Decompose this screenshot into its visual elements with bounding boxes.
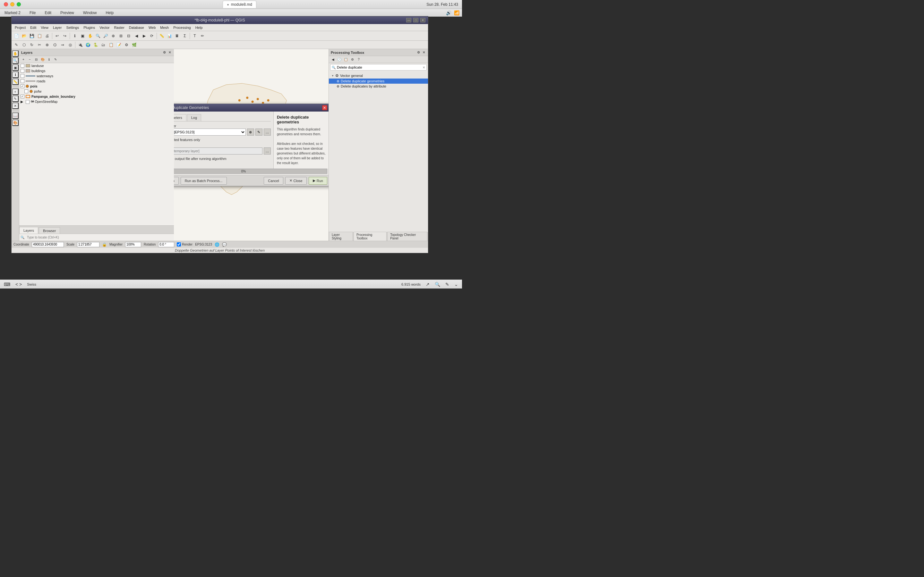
save-as-btn[interactable]: 📋 <box>36 32 43 39</box>
qgis-menu-view[interactable]: View <box>39 25 50 30</box>
tab-processing-toolbox[interactable]: Processing Toolbox <box>354 232 387 241</box>
tab-topology-checker[interactable]: Topology Checker Panel <box>387 232 427 241</box>
qgis-menu-raster[interactable]: Raster <box>112 25 126 30</box>
layer-edit-btn[interactable]: ✎ <box>53 57 58 63</box>
layers-close-icon[interactable]: ✕ <box>168 50 172 55</box>
input-layer-add-btn[interactable]: ⊕ <box>247 129 254 135</box>
qgis-menu-web[interactable]: Web <box>147 25 158 30</box>
qgis-menu-processing[interactable]: Processing <box>171 25 192 30</box>
identify-btn[interactable]: ℹ <box>71 32 78 39</box>
run-btn[interactable]: ▶ Run <box>309 177 327 185</box>
zoom-full-btn[interactable]: ⊕ <box>110 32 117 39</box>
layers-settings-icon[interactable]: ⚙ <box>162 50 166 55</box>
select-feature-btn[interactable]: ▣ <box>12 64 19 71</box>
menu-help[interactable]: Help <box>103 10 115 16</box>
help-btn[interactable]: ? Help <box>174 177 179 185</box>
attribute-table-btn[interactable]: 📊 <box>166 32 173 39</box>
browser-btn[interactable]: 🗂 <box>100 41 107 48</box>
coordinate-input[interactable] <box>32 242 64 247</box>
scale-input[interactable] <box>77 242 99 247</box>
stat-btn[interactable]: Σ <box>181 32 188 39</box>
input-layer-select[interactable]: ✱ pois [EPSG:3123] <box>174 129 246 135</box>
cleaned-more-btn[interactable]: … <box>264 147 271 155</box>
layer-item-osm[interactable]: ▶ 🗺 OpenStreetMap <box>19 99 174 105</box>
split-btn[interactable]: ✂ <box>36 41 43 48</box>
zoom-next-btn[interactable]: ▶ <box>141 32 148 39</box>
redo-btn[interactable]: ↪ <box>61 32 68 39</box>
legend-btn[interactable]: 📖 <box>12 113 19 119</box>
open-project-btn[interactable]: 📂 <box>21 32 27 39</box>
layer-checkbox-roads[interactable] <box>21 79 24 83</box>
rotation-input[interactable] <box>158 242 174 247</box>
layer-item-buildings[interactable]: buildings <box>19 68 174 73</box>
qgis-menu-layer[interactable]: Layer <box>51 25 64 30</box>
plugin-btn[interactable]: 🔌 <box>77 41 84 48</box>
layer-expand-osm[interactable]: ▶ <box>21 100 24 104</box>
pan-map-btn[interactable]: ✋ <box>12 50 19 57</box>
qgis-menu-plugins[interactable]: Plugins <box>81 25 97 30</box>
close-btn[interactable]: ✕ Close <box>285 177 307 185</box>
qgis-menu-vector[interactable]: Vector <box>97 25 111 30</box>
label-btn[interactable]: T <box>191 32 198 39</box>
pan-btn[interactable]: ✋ <box>87 32 94 39</box>
layer-item-pois[interactable]: ✓ pois <box>19 84 174 89</box>
qgis-minimize[interactable]: — <box>406 18 411 23</box>
save-project-btn[interactable]: 💾 <box>28 32 35 39</box>
tree-item-delete-dup-geom[interactable]: ⚙ Delete duplicate geometries <box>329 79 428 84</box>
menu-edit[interactable]: Edit <box>43 10 53 16</box>
batch-btn[interactable]: Run as Batch Process... <box>181 177 227 185</box>
tab-log[interactable]: Log <box>187 114 201 121</box>
proc-options-btn[interactable]: ⚙ <box>349 57 355 63</box>
add-feature-btn[interactable]: + <box>12 89 19 95</box>
rotate-btn[interactable]: ↻ <box>28 41 35 48</box>
proc-back-btn[interactable]: ◀ <box>330 57 336 63</box>
offset-btn[interactable]: ⇒ <box>59 41 66 48</box>
delete-feature-btn[interactable]: ✕ <box>12 103 19 109</box>
globe-btn[interactable]: 🌍 <box>84 41 91 48</box>
style-btn[interactable]: 🎨 <box>12 119 19 126</box>
measure-btn[interactable]: 📏 <box>158 32 165 39</box>
layer-checkbox-pois[interactable]: ✓ <box>21 84 24 88</box>
select-btn[interactable]: ▣ <box>79 32 86 39</box>
add-layer-btn[interactable]: + <box>21 57 26 63</box>
marked-tab[interactable]: ● module8.md <box>223 1 256 8</box>
zoom-layer-btn[interactable]: ⊞ <box>118 32 124 39</box>
layer-checkbox-landuse[interactable] <box>21 64 24 68</box>
cleaned-input[interactable] <box>174 147 262 155</box>
zoom-map-btn[interactable]: 🔍 <box>12 57 19 64</box>
tree-item-vector-general[interactable]: ▼ ⚙ Vector general <box>329 73 428 79</box>
search-input[interactable] <box>26 235 173 240</box>
tree-item-delete-dup-attr[interactable]: ⚙ Delete duplicates by attribute <box>329 84 428 89</box>
input-layer-more-btn[interactable]: … <box>264 129 271 135</box>
layer-checkbox-pampanga[interactable]: ✓ <box>21 95 24 98</box>
undo-btn[interactable]: ↩ <box>53 32 61 39</box>
merge-btn[interactable]: ⊕ <box>44 41 51 48</box>
qgis-menu-edit[interactable]: Edit <box>28 25 38 30</box>
digitize-btn[interactable]: ✎ <box>13 41 20 48</box>
proc-hist-btn[interactable]: 🕐 <box>336 57 342 63</box>
qgis-close[interactable]: ✕ <box>420 18 425 23</box>
layer-item-landuse[interactable]: landuse <box>19 63 174 68</box>
buffer-btn[interactable]: ◎ <box>67 41 74 48</box>
edit-btn[interactable]: ✎ <box>12 95 19 102</box>
script-btn[interactable]: 📝 <box>115 41 122 48</box>
layer-checkbox-buildings[interactable] <box>21 69 24 73</box>
qgis-menu-project[interactable]: Project <box>13 25 27 30</box>
magnifier-input[interactable] <box>125 242 141 247</box>
node-tool-btn[interactable]: ⬡ <box>21 41 27 48</box>
python-btn[interactable]: 🐍 <box>92 41 99 48</box>
tab-layer-styling[interactable]: Layer Styling <box>329 232 353 241</box>
grass-btn[interactable]: 🌿 <box>131 41 137 48</box>
close-btn[interactable] <box>4 2 8 6</box>
identify-feature-btn[interactable]: ℹ <box>12 71 19 78</box>
render-checkbox[interactable] <box>177 242 181 247</box>
layer-checkbox-waterways[interactable] <box>21 74 24 78</box>
input-layer-edit-btn[interactable]: ✎ <box>255 129 262 135</box>
new-project-btn[interactable]: 📄 <box>13 32 20 39</box>
layer-checkbox-pofw[interactable] <box>24 89 28 93</box>
annotation-btn[interactable]: ✏ <box>199 32 206 39</box>
refresh-btn[interactable]: ⟳ <box>148 32 155 39</box>
print-btn[interactable]: 🖨 <box>44 32 51 39</box>
layer-item-roads[interactable]: roads <box>19 79 174 84</box>
proc-clear-icon[interactable]: ✕ <box>423 66 425 69</box>
